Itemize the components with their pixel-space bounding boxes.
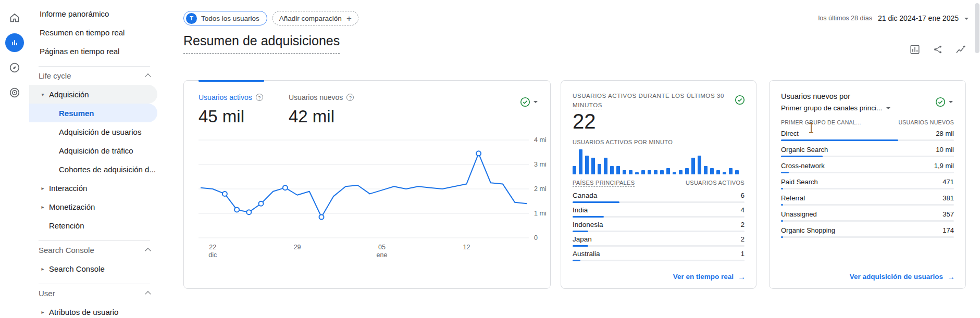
page-title[interactable]: Resumen de adquisiciones — [183, 33, 340, 54]
help-icon[interactable]: ? — [346, 94, 354, 101]
view-realtime-link[interactable]: Ver en tiempo real → — [673, 272, 746, 281]
minute-bar — [666, 168, 670, 174]
share-icon — [933, 44, 943, 55]
minute-bar — [691, 158, 695, 174]
row-label: Paid Search — [781, 178, 818, 186]
nav-home-button[interactable] — [0, 5, 29, 30]
sidebar-item-search-console[interactable]: ▸Search Console — [29, 259, 157, 278]
sidebar-item-resumen-en-tiempo-real[interactable]: Resumen en tiempo real — [29, 23, 157, 42]
channel-row-paid-search: Paid Search471 — [781, 178, 954, 189]
sidebar-item-adquisicion-de-usuarios[interactable]: Adquisición de usuarios — [29, 122, 157, 141]
row-value: 10 mil — [936, 146, 954, 154]
new-users-by-channel-card: Usuarios nuevos por Primer grupo de cana… — [769, 80, 966, 289]
nav-advertising-button[interactable] — [0, 80, 29, 105]
row-label: India — [573, 206, 588, 214]
section-label: User — [39, 289, 55, 298]
minute-bar — [648, 170, 651, 174]
row-bar-track — [781, 188, 954, 189]
metric-tab-active-users[interactable]: Usuarios activos ? 45 mil — [199, 93, 263, 126]
minute-bar — [629, 170, 632, 174]
svg-text:05: 05 — [378, 244, 386, 251]
sidebar-item-atributos-de-usuario[interactable]: ▸Atributos de usuario — [29, 302, 157, 318]
row-bar-fill — [781, 204, 783, 206]
sidebar-section-life-cycle[interactable]: Life cycle — [29, 66, 157, 85]
check-circle-icon — [519, 96, 531, 108]
active-tab-indicator — [199, 80, 264, 82]
row-bar-fill — [781, 220, 783, 222]
chevron-up-icon — [145, 248, 151, 253]
sidebar-item-interaccion[interactable]: ▸Interacción — [29, 179, 157, 197]
metric-label: Usuarios nuevos — [289, 93, 343, 101]
row-bar-track — [781, 204, 954, 206]
all-users-chip[interactable]: T Todos los usuarios — [183, 11, 267, 26]
country-row-australia: Australia1 — [573, 250, 745, 261]
sidebar-item-label: Informe panorámico — [40, 9, 109, 18]
minute-bar — [735, 170, 739, 174]
insights-sparkline-icon — [955, 44, 966, 55]
sidebar-item-retencion[interactable]: Retención — [29, 216, 157, 235]
chevron-up-icon — [145, 73, 151, 79]
segment-avatar: T — [186, 13, 197, 24]
realtime-title-line2: MINUTOS — [573, 102, 602, 109]
sidebar-section-user[interactable]: User — [29, 284, 157, 302]
nav-reports-button[interactable] — [0, 30, 29, 55]
row-label: Direct — [781, 130, 799, 137]
minute-bar — [585, 156, 589, 174]
row-bar-fill — [781, 139, 898, 141]
chart-options-button[interactable] — [906, 41, 924, 58]
data-quality-button[interactable] — [517, 94, 540, 110]
row-bar-fill — [573, 216, 604, 218]
row-bar-track — [781, 139, 954, 141]
channel-row-referral: Referral381 — [781, 194, 954, 206]
dimension-dropdown[interactable]: Primer grupo de canales princi... — [781, 104, 890, 112]
sidebar-item-resumen[interactable]: Resumen — [29, 104, 157, 122]
minute-bar — [710, 168, 714, 174]
check-circle-icon — [734, 94, 746, 106]
minute-bar — [604, 158, 607, 174]
sidebar-nav: Informe panorámicoResumen en tiempo real… — [29, 0, 183, 318]
minute-bar — [716, 170, 720, 174]
row-value: 174 — [942, 226, 954, 234]
nav-explore-button[interactable] — [0, 55, 29, 80]
row-bar-track — [573, 231, 745, 232]
row-bar-fill — [573, 245, 588, 247]
minute-bar — [616, 166, 620, 174]
channel-row-unassigned: Unassigned357 — [781, 210, 954, 222]
explore-compass-icon — [8, 61, 21, 74]
metric-tab-new-users[interactable]: Usuarios nuevos ? 42 mil — [289, 93, 354, 126]
svg-text:2 mil: 2 mil — [534, 185, 547, 193]
sidebar-item-adquisicion-de-trafico[interactable]: Adquisición de tráfico — [29, 141, 157, 160]
row-value: 1 — [740, 250, 745, 258]
scrollbar-thumb[interactable] — [975, 3, 979, 53]
minute-bar — [723, 172, 726, 174]
minute-bar — [641, 170, 645, 174]
countries-value-column-header: USUARIOS ACTIVOS — [686, 180, 745, 187]
insights-button[interactable] — [952, 41, 970, 58]
svg-text:0: 0 — [534, 234, 538, 241]
row-label: Referral — [781, 194, 805, 202]
link-label: Ver en tiempo real — [673, 273, 734, 281]
arrow-right-icon: → — [947, 272, 955, 281]
report-actions — [906, 41, 970, 58]
expand-arrow-icon: ▸ — [36, 309, 49, 315]
sidebar-item-cohortes-de-adquisicion-d[interactable]: Cohortes de adquisición d... — [29, 160, 157, 179]
row-value: 471 — [942, 178, 954, 186]
sidebar-section-search-console[interactable]: Search Console — [29, 240, 157, 259]
countries-table: Canada6India4Indonesia2Japan2Australia1 — [573, 192, 745, 264]
sidebar-item-paginas-en-tiempo-real[interactable]: Páginas en tiempo real — [29, 42, 157, 60]
data-quality-button[interactable] — [732, 92, 748, 108]
svg-text:1 mil: 1 mil — [534, 210, 547, 217]
date-range-picker[interactable]: los últimos 28 días 21 dic 2024-17 ene 2… — [818, 14, 969, 22]
view-user-acquisition-link[interactable]: Ver adquisición de usuarios → — [850, 272, 955, 281]
sidebar-item-informe-panoramico[interactable]: Informe panorámico — [29, 4, 157, 23]
share-button[interactable] — [929, 41, 947, 58]
add-comparison-chip[interactable]: Añadir comparación + — [272, 11, 358, 26]
link-label: Ver adquisición de usuarios — [850, 273, 943, 281]
sidebar-item-adquisicion[interactable]: ▾Adquisición — [29, 85, 157, 104]
help-icon[interactable]: ? — [256, 94, 263, 101]
sidebar-item-monetizacion[interactable]: ▸Monetización — [29, 197, 157, 216]
chart-options-icon — [909, 44, 921, 55]
row-value: 2 — [740, 221, 745, 228]
data-quality-button[interactable] — [933, 94, 955, 110]
sidebar-item-label: Resumen en tiempo real — [40, 28, 125, 37]
